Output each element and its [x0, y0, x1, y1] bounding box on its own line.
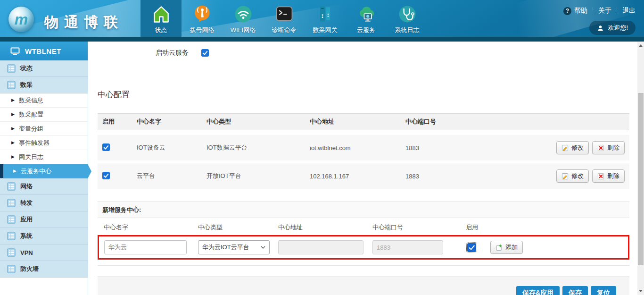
welcome-badge[interactable]: 欢迎您! — [589, 21, 636, 35]
logout-link[interactable]: 退出 — [622, 7, 636, 15]
center-address-input[interactable] — [278, 240, 363, 254]
scrollbar-thumb[interactable] — [638, 93, 644, 265]
sidebar-item-label: 事件触发器 — [19, 139, 50, 147]
enable-cloud-service-label: 启动云服务 — [98, 49, 189, 57]
cell-center-address: iot.wtblnet.com — [310, 144, 405, 152]
sidebar-item-forwarding[interactable]: 转发 — [0, 195, 88, 211]
sidebar-item-label: 数采配置 — [19, 110, 43, 119]
edit-pencil-icon — [561, 144, 569, 152]
home-icon — [151, 4, 172, 25]
sidebar-item-data-collection[interactable]: 数采 — [0, 77, 88, 93]
brand-title: 物通博联 — [44, 13, 124, 32]
brand-logo-icon — [8, 7, 34, 32]
sidebar-item-variable-group[interactable]: ▶ 变量分组 — [0, 122, 88, 136]
sidebar-item-label: VPN — [20, 249, 33, 256]
footer-bar: 保存&应用 保存 复位 — [98, 277, 629, 295]
tab-cloud-service[interactable]: 云服务 — [346, 0, 387, 42]
list-icon — [7, 182, 16, 191]
tab-label: 拨号网络 — [190, 26, 215, 34]
footer-buttons: 保存&应用 保存 复位 — [516, 286, 616, 295]
question-icon: ? — [563, 7, 571, 15]
add-form-labels: 中心名字 中心类型 中心地址 中心端口号 启用 — [98, 223, 629, 232]
sidebar-item-label: 云服务中心 — [21, 167, 51, 176]
delete-x-icon — [597, 173, 604, 180]
row-enable-checkbox[interactable] — [102, 143, 110, 151]
enable-cloud-service-row: 启动云服务 — [98, 49, 629, 57]
delete-button[interactable]: 删除 — [592, 169, 625, 183]
save-and-apply-button[interactable]: 保存&应用 — [516, 286, 560, 295]
triangle-icon: ▶ — [11, 98, 15, 102]
table-row: 云平台 开放IOT平台 102.168.1.167 1883 修改 删除 — [98, 163, 629, 189]
top-nav: 状态 拨号网络 WIFI网络 — [140, 0, 428, 42]
tab-label: 系统日志 — [395, 26, 420, 34]
center-type-select[interactable]: 华为云IOT云平台 — [198, 240, 270, 254]
user-icon — [597, 25, 604, 32]
add-section-title: 新增服务中心: — [98, 202, 629, 218]
scroll-up-arrow-icon[interactable] — [639, 44, 643, 47]
list-icon — [7, 265, 16, 273]
center-name-input[interactable] — [104, 240, 187, 254]
sidebar-item-data-info[interactable]: ▶ 数采信息 — [0, 93, 88, 108]
list-icon — [7, 64, 16, 73]
sidebar-item-firewall[interactable]: 防火墙 — [0, 261, 88, 278]
add-enable-checkbox[interactable] — [467, 243, 476, 252]
sidebar-item-status[interactable]: 状态 — [0, 60, 88, 77]
scroll-down-arrow-icon[interactable] — [639, 290, 643, 292]
cell-center-type: 开放IOT平台 — [206, 172, 310, 180]
tab-system-log[interactable]: 系统日志 — [387, 0, 428, 42]
list-icon — [7, 248, 16, 257]
delete-button[interactable]: 删除 — [592, 141, 625, 154]
vertical-scrollbar[interactable] — [637, 42, 644, 295]
divider — [593, 8, 593, 14]
cell-center-name: 云平台 — [137, 172, 206, 180]
help-link[interactable]: ? 帮助 — [563, 7, 587, 15]
tab-diagnostic-command[interactable]: 诊断命令 — [264, 0, 305, 42]
add-page-icon — [495, 244, 503, 251]
tab-label: 数采网关 — [313, 26, 338, 34]
label-center-type: 中心类型 — [198, 223, 278, 232]
sidebar-item-application[interactable]: 应用 — [0, 211, 88, 228]
sidebar-item-gateway-log[interactable]: ▶ 网关日志 — [0, 150, 88, 164]
column-header-name: 中心名字 — [137, 118, 206, 126]
center-config-table: 启用 中心名字 中心类型 中心地址 中心端口号 IOT设备云 IOT数据云平台 … — [98, 113, 629, 189]
tab-dialup-network[interactable]: 拨号网络 — [182, 0, 223, 42]
table-row: IOT设备云 IOT数据云平台 iot.wtblnet.com 1883 修改 … — [98, 135, 629, 160]
list-icon — [7, 81, 16, 89]
sidebar-item-vpn[interactable]: VPN — [0, 244, 88, 261]
sidebar-item-cloud-service-center[interactable]: ▶ 云服务中心 — [0, 164, 88, 178]
list-icon — [7, 232, 16, 240]
sidebar-item-system[interactable]: 系统 — [0, 228, 88, 244]
reset-button[interactable]: 复位 — [591, 286, 616, 295]
tab-data-gateway[interactable]: 数采网关 — [305, 0, 346, 42]
enable-cloud-service-checkbox[interactable] — [201, 49, 209, 57]
column-header-type: 中心类型 — [206, 118, 310, 126]
triangle-icon: ▶ — [13, 169, 17, 173]
sidebar-item-label: 网关日志 — [19, 153, 43, 161]
sidebar-item-data-config[interactable]: ▶ 数采配置 — [0, 108, 88, 122]
stethoscope-icon — [397, 4, 418, 25]
tab-wifi-network[interactable]: WIFI网络 — [223, 0, 264, 42]
sidebar-item-event-trigger[interactable]: ▶ 事件触发器 — [0, 136, 88, 150]
sidebar-title: WTBLNET — [0, 42, 88, 60]
terminal-icon — [274, 4, 295, 25]
tab-status[interactable]: 状态 — [140, 0, 182, 42]
about-link[interactable]: 关于 — [598, 7, 611, 15]
label-center-address: 中心地址 — [278, 223, 372, 232]
label-enable: 启用 — [466, 223, 629, 232]
sidebar-item-label: 应用 — [20, 215, 33, 224]
save-button[interactable]: 保存 — [562, 286, 588, 295]
delete-x-icon — [597, 144, 604, 152]
sidebar-item-label: 变量分组 — [19, 125, 43, 133]
header-links: ? 帮助 关于 退出 — [563, 7, 636, 15]
tab-label: 状态 — [155, 26, 167, 34]
center-port-input[interactable] — [372, 240, 443, 254]
edit-button[interactable]: 修改 — [556, 141, 589, 154]
add-button[interactable]: 添加 — [490, 241, 523, 254]
edit-button[interactable]: 修改 — [556, 169, 589, 183]
gateway-icon — [315, 4, 336, 25]
row-enable-checkbox[interactable] — [102, 172, 110, 179]
triangle-icon: ▶ — [11, 141, 15, 145]
cell-center-name: IOT设备云 — [137, 143, 206, 152]
tab-label: WIFI网络 — [231, 26, 256, 34]
sidebar-item-network[interactable]: 网络 — [0, 178, 88, 195]
